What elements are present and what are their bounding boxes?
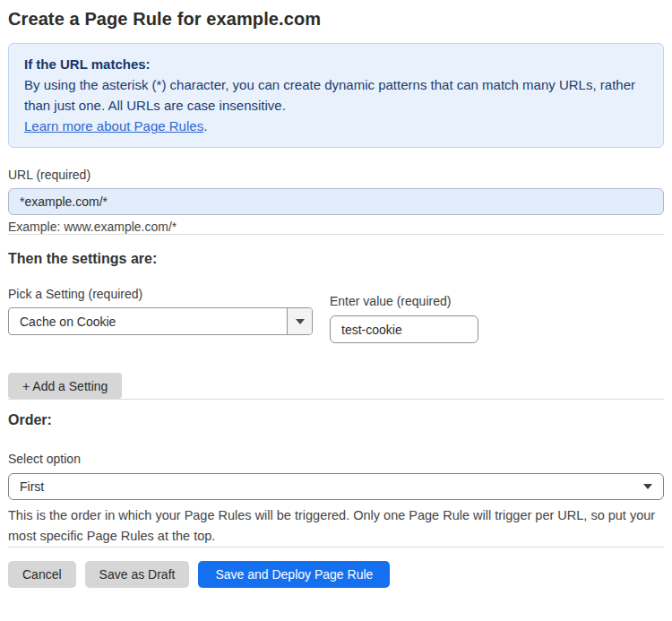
link-period: . — [203, 118, 207, 134]
order-select[interactable]: First — [8, 473, 664, 500]
order-select-value: First — [9, 479, 643, 494]
order-helper-text: This is the order in which your Page Rul… — [8, 505, 662, 547]
chevron-down-icon — [296, 319, 305, 324]
url-match-info-box: If the URL matches: By using the asteris… — [8, 43, 664, 148]
save-as-draft-button[interactable]: Save as Draft — [85, 561, 190, 588]
chevron-down-icon — [643, 484, 652, 489]
info-box-heading: If the URL matches: — [24, 54, 648, 74]
footer-actions: Cancel Save as Draft Save and Deploy Pag… — [8, 561, 664, 588]
url-field-label: URL (required) — [8, 168, 664, 181]
save-and-deploy-button[interactable]: Save and Deploy Page Rule — [198, 561, 390, 588]
divider — [8, 234, 664, 235]
page-title: Create a Page Rule for example.com — [8, 7, 664, 30]
setting-select-label: Pick a Setting (required) — [8, 288, 313, 300]
setting-select[interactable]: Cache on Cookie — [8, 307, 313, 335]
page-rule-form: Create a Page Rule for example.com If th… — [0, 7, 672, 588]
setting-select-value: Cache on Cookie — [9, 315, 287, 329]
divider — [8, 547, 664, 548]
url-input[interactable] — [8, 188, 664, 215]
divider — [8, 399, 664, 400]
setting-value-input[interactable] — [330, 315, 478, 343]
info-box-link-line: Learn more about Page Rules. — [24, 116, 648, 136]
learn-more-link[interactable]: Learn more about Page Rules — [24, 118, 203, 134]
add-setting-button[interactable]: + Add a Setting — [8, 373, 122, 399]
info-box-body: By using the asterisk (*) character, you… — [24, 74, 648, 116]
setting-select-column: Pick a Setting (required) Cache on Cooki… — [8, 288, 313, 335]
order-select-label: Select option — [8, 453, 664, 465]
order-section-heading: Order: — [8, 412, 664, 427]
setting-value-column: Enter value (required) — [330, 295, 478, 343]
settings-section-heading: Then the settings are: — [8, 251, 664, 266]
setting-value-label: Enter value (required) — [330, 295, 478, 307]
url-example-helper: Example: www.example.com/* — [8, 220, 664, 234]
cancel-button[interactable]: Cancel — [8, 561, 76, 588]
order-select-arrow — [643, 484, 663, 489]
setting-fields-row: Pick a Setting (required) Cache on Cooki… — [8, 288, 664, 343]
setting-select-arrow-button[interactable] — [287, 308, 312, 334]
